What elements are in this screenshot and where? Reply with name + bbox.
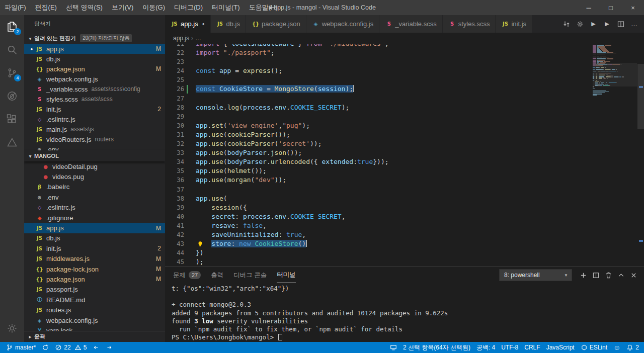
- tree-item[interactable]: JSpassport.js: [24, 285, 165, 295]
- explorer-icon[interactable]: 2: [0, 15, 24, 38]
- tab-styles.scss[interactable]: Sstyles.scss: [443, 15, 496, 33]
- run-debug-icon[interactable]: ▶: [600, 15, 614, 33]
- code-line: 38app.use(: [165, 194, 644, 203]
- extensions-icon[interactable]: [0, 108, 24, 131]
- split-terminal-icon[interactable]: [590, 269, 602, 282]
- run-file-icon[interactable]: ▶: [587, 15, 600, 33]
- outline-header[interactable]: ▸ 윤곽: [24, 331, 165, 342]
- close-button[interactable]: ×: [622, 0, 644, 15]
- gear-icon[interactable]: [573, 15, 587, 33]
- tree-item[interactable]: JSdb.js: [24, 233, 165, 243]
- terminal-picker[interactable]: 8: powershell ▼: [499, 269, 572, 281]
- tree-item[interactable]: β.babelrc: [24, 182, 165, 192]
- tree-item[interactable]: ⓘREADME.md: [24, 295, 165, 305]
- git-branch-status[interactable]: master*: [3, 342, 39, 353]
- panel-tab-디버그 콘솔[interactable]: 디버그 콘솔: [233, 267, 267, 283]
- encoding-status[interactable]: UTF-8: [498, 342, 521, 353]
- code-line: 27: [165, 94, 644, 103]
- language-status[interactable]: JavaScript: [543, 342, 578, 353]
- tree-item[interactable]: ◈webpack.config.js: [24, 315, 165, 325]
- indent-status[interactable]: 공백: 4: [473, 342, 498, 353]
- menu-item[interactable]: 보기(V): [107, 0, 138, 15]
- maximize-panel-icon[interactable]: [615, 269, 627, 282]
- open-editor-item[interactable]: ◇.eslintrc.js: [24, 114, 165, 124]
- eslint-status[interactable]: ESLint: [578, 342, 610, 353]
- open-editor-item[interactable]: ●JSapp.jsM: [24, 44, 165, 54]
- tab-db.js[interactable]: JSdb.js: [211, 15, 246, 33]
- minimize-button[interactable]: ─: [578, 0, 600, 15]
- js-file-icon: JS: [35, 127, 44, 132]
- open-editor-item[interactable]: JSmain.jsassets\js: [24, 124, 165, 134]
- tree-item[interactable]: JSinit.js2: [24, 243, 165, 253]
- open-editor-item[interactable]: {}package.jsonM: [24, 64, 165, 74]
- line-number: 40: [165, 212, 184, 221]
- menu-item[interactable]: 선택 영역(S): [61, 0, 107, 15]
- tab-webpack.config.js[interactable]: ◈webpack.config.js: [306, 15, 380, 33]
- maximize-button[interactable]: □: [600, 0, 622, 15]
- tree-item[interactable]: ●videos.pug: [24, 171, 165, 182]
- folder-header[interactable]: ▾ MANGOL: [24, 150, 165, 161]
- menu-item[interactable]: 터미널(T): [207, 0, 245, 15]
- sync-icon[interactable]: [39, 342, 52, 353]
- scrollbar-thumb[interactable]: [637, 64, 644, 129]
- navigate-forward-icon[interactable]: [103, 342, 116, 353]
- search-icon[interactable]: [0, 38, 24, 61]
- tab-init.js[interactable]: JSinit.js: [496, 15, 532, 33]
- tree-item[interactable]: JSroutes.js: [24, 305, 165, 315]
- tree-item[interactable]: ◆.gitignore: [24, 213, 165, 223]
- tree-item[interactable]: JSmiddlewares.jsM: [24, 254, 165, 264]
- open-editor-item[interactable]: ◈webpack.config.js: [24, 74, 165, 84]
- open-editor-item[interactable]: ⊛.env: [24, 144, 165, 150]
- debug-icon[interactable]: [0, 84, 24, 108]
- menu-item[interactable]: 이동(G): [138, 0, 170, 15]
- breadcrumb-symbols[interactable]: …: [195, 35, 201, 42]
- new-terminal-icon[interactable]: [577, 269, 590, 282]
- azure-icon[interactable]: [0, 131, 24, 154]
- tree-item[interactable]: Yyarn.lock: [24, 325, 165, 331]
- kill-terminal-icon[interactable]: [602, 269, 615, 282]
- tree-item[interactable]: JSapp.jsM: [24, 223, 165, 233]
- tree-item[interactable]: ●videoDetail.pug: [24, 161, 165, 171]
- navigate-back-icon[interactable]: [90, 342, 103, 353]
- minimap-slider[interactable]: [593, 63, 637, 86]
- terminal[interactable]: t: {"os":"win32","arch":"x64"})+ connect…: [165, 283, 644, 342]
- file-name: _variable.scss: [46, 85, 88, 93]
- open-editor-item[interactable]: JSinit.js2: [24, 104, 165, 114]
- more-actions-icon[interactable]: …: [627, 15, 641, 33]
- lightbulb-icon[interactable]: [197, 240, 204, 247]
- open-editors-header[interactable]: ▾ 열려 있는 편집기 20(개) 저장되지 않음: [24, 33, 165, 44]
- screencast-icon[interactable]: [387, 342, 400, 353]
- breadcrumb-file[interactable]: app.js: [173, 35, 189, 42]
- problems-status[interactable]: 22 5: [52, 342, 90, 353]
- bell-icon: [626, 344, 633, 351]
- menu-item[interactable]: 파일(F): [0, 0, 31, 15]
- code-editor[interactable]: 21import { localsMiddleware } from "./mi…: [165, 44, 644, 267]
- open-editor-item[interactable]: JSdb.js: [24, 54, 165, 64]
- panel-tab-출력[interactable]: 출력: [211, 267, 223, 283]
- source-control-icon[interactable]: 4: [0, 61, 24, 84]
- selection-status[interactable]: 2 선택 항목(64자 선택됨): [400, 342, 473, 353]
- tree-item[interactable]: ◇.eslintrc.js: [24, 203, 165, 213]
- tab-_variable.scss[interactable]: S_variable.scss: [379, 15, 442, 33]
- open-changes-icon[interactable]: [559, 15, 573, 33]
- tree-item[interactable]: ⊛.env: [24, 192, 165, 202]
- settings-gear-icon[interactable]: [0, 317, 24, 340]
- panel-tab-터미널[interactable]: 터미널: [277, 267, 296, 283]
- feedback-smiley-icon[interactable]: ☺: [610, 342, 623, 353]
- explorer-sidebar: 탐색기 ▾ 열려 있는 편집기 20(개) 저장되지 않음 ●JSapp.jsM…: [24, 15, 165, 342]
- close-panel-icon[interactable]: [627, 269, 640, 282]
- open-editor-item[interactable]: Sstyles.scssassets\scss: [24, 94, 165, 104]
- tree-item[interactable]: {}package.jsonM: [24, 274, 165, 284]
- tab-package.json[interactable]: {}package.json: [246, 15, 306, 33]
- open-editor-item[interactable]: S_variable.scssassets\scss\config: [24, 84, 165, 94]
- eol-status[interactable]: CRLF: [521, 342, 543, 353]
- split-editor-icon[interactable]: [614, 15, 627, 33]
- menu-item[interactable]: 디버그(D): [170, 0, 207, 15]
- menu-item[interactable]: 편집(E): [31, 0, 61, 15]
- breadcrumb[interactable]: app.js › …: [165, 33, 644, 44]
- open-editor-item[interactable]: JSvideoRouters.jsrouters: [24, 134, 165, 144]
- notifications-bell[interactable]: 2: [623, 342, 642, 353]
- tab-app.js[interactable]: JSapp.js●: [165, 15, 211, 33]
- panel-tab-문제[interactable]: 문제27: [173, 267, 201, 283]
- tree-item[interactable]: {}package-lock.jsonM: [24, 264, 165, 274]
